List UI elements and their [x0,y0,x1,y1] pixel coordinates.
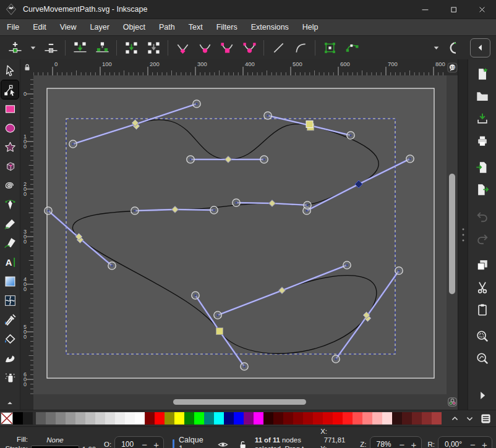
palette-swatch[interactable] [254,412,263,425]
opacity-value[interactable]: 100 [116,440,139,448]
palette-swatch[interactable] [372,412,382,425]
palette-swatch[interactable] [382,412,392,425]
smooth-node-button[interactable] [194,38,216,57]
palette-swatch[interactable] [273,412,283,425]
panel-resize-strip[interactable] [458,59,468,410]
symmetric-node-button[interactable] [216,38,238,57]
gradient-tool[interactable] [1,272,19,290]
ellipse-tool[interactable] [1,119,19,137]
stroke-width-value[interactable]: 1,00 [79,444,99,448]
palette-swatch[interactable] [303,412,313,425]
menu-object[interactable]: Object [116,19,152,35]
menu-edit[interactable]: Edit [26,19,53,35]
zoom-value[interactable]: 78% [372,440,396,448]
text-tool[interactable]: A [1,253,19,271]
dropper-tool[interactable] [1,310,19,329]
path-node[interactable] [216,328,223,335]
duplicate-button[interactable] [472,255,492,274]
opacity-decrease-button[interactable]: − [139,437,150,448]
paste-button[interactable] [472,300,492,319]
vertical-ruler[interactable]: 0100200300400500600 [20,75,33,394]
overflow-up-tool[interactable] [1,398,19,408]
star-tool[interactable] [1,138,19,156]
palette-swatch[interactable] [125,412,135,425]
palette-swatch[interactable] [23,412,33,425]
zoom-drawing-button[interactable] [472,349,492,368]
menu-help[interactable]: Help [296,19,325,35]
palette-swatch[interactable] [135,412,145,425]
rectangle-tool[interactable] [1,99,19,118]
palette-swatch[interactable] [412,412,422,425]
spray-tool[interactable] [1,368,19,386]
palette-swatch[interactable] [234,412,244,425]
palette-swatch[interactable] [204,412,214,425]
minimize-button[interactable] [411,0,439,19]
palette-swatch[interactable] [85,412,95,425]
palette-swatch[interactable] [105,412,115,425]
palette-swatch[interactable] [13,412,23,425]
palette-swatch[interactable] [323,412,333,425]
curve-segment-button[interactable] [289,38,312,57]
canvas[interactable] [33,75,447,394]
layer-lock-toggle[interactable] [237,439,248,448]
palette-swatch[interactable] [343,412,353,425]
maximize-button[interactable] [439,0,468,19]
palette-swatch[interactable] [283,412,293,425]
bucket-tool[interactable] [1,329,19,348]
palette-swatch[interactable] [75,412,85,425]
palette-swatch[interactable] [392,412,402,425]
menu-text[interactable]: Text [182,19,210,35]
chevron-down-button[interactable] [429,38,443,57]
chevron-down-button[interactable] [26,38,40,57]
expand-panel-button[interactable] [472,386,492,405]
collapse-panel-button[interactable] [470,38,490,57]
palette-menu-button[interactable] [480,413,492,425]
opacity-increase-button[interactable]: + [150,437,162,448]
rotation-spinbox[interactable]: 0,00° − + [438,436,492,448]
menu-path[interactable]: Path [152,19,182,35]
zoom-decrease-button[interactable]: − [396,437,408,448]
horizontal-ruler[interactable]: 0100200300400500600700800 [33,59,447,75]
redo-button[interactable] [472,229,492,248]
palette-swatch[interactable] [224,412,234,425]
calligraphy-tool[interactable] [1,234,19,252]
menu-view[interactable]: View [53,19,83,35]
palette-swatch[interactable] [165,412,174,425]
palette-swatch[interactable] [56,412,66,425]
palette-swatch[interactable] [362,412,372,425]
vertical-scrollbar-thumb[interactable] [449,174,455,294]
corner-node-button[interactable] [171,38,194,57]
menu-extensions[interactable]: Extensions [244,19,296,35]
break-node-button[interactable] [91,38,113,57]
undo-button[interactable] [472,206,492,226]
zoom-selection-button[interactable] [472,326,492,345]
box3d-tool[interactable] [1,157,19,175]
palette-swatch[interactable] [353,412,362,425]
rotation-increase-button[interactable]: + [479,437,490,448]
palette-swatch[interactable] [155,412,165,425]
close-button[interactable] [468,0,496,19]
zoom-increase-button[interactable]: + [408,437,420,448]
palette-swatch[interactable] [174,412,184,425]
document-save-button[interactable] [472,109,492,128]
rotation-decrease-button[interactable]: − [467,437,479,448]
palette-swatch[interactable] [214,412,224,425]
palette-swatch[interactable] [402,412,412,425]
layer-visibility-toggle[interactable] [218,439,228,448]
object-to-path-button[interactable] [319,38,341,57]
node-editor-tool[interactable] [1,80,19,99]
opacity-spinbox[interactable]: 100 − + [114,436,164,448]
palette-swatch[interactable] [422,412,432,425]
pen-tool[interactable] [1,195,19,214]
stroke-to-path-button[interactable] [341,38,363,57]
document-new-button[interactable] [472,64,492,83]
palette-swatch[interactable] [46,412,56,425]
mesh-tool[interactable] [1,291,19,310]
line-segment-button[interactable] [267,38,289,57]
rotation-value[interactable]: 0,00° [440,440,467,448]
palette-swatch[interactable] [333,412,343,425]
folder-open-button[interactable] [472,87,492,106]
menu-filters[interactable]: Filters [210,19,244,35]
palette-swatch[interactable] [313,412,323,425]
auto-node-button[interactable] [238,38,260,57]
